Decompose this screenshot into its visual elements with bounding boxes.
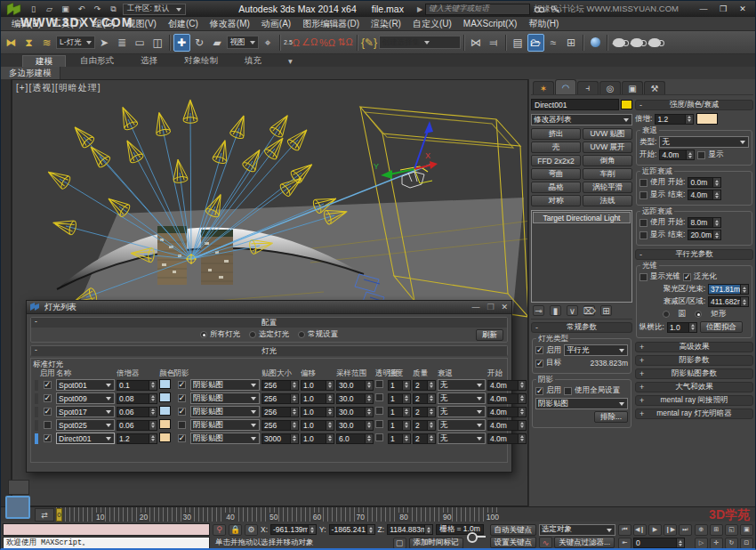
remove-modifier-icon[interactable]: ⌦ [583,305,595,316]
shadow-enable-checkbox[interactable] [535,387,543,395]
selection-lock-icon[interactable]: 🔒 [229,524,242,536]
bind-to-spacewarp-icon[interactable]: ≋ [38,34,55,52]
row-select-strip[interactable] [35,407,38,417]
maximize-viewport-icon[interactable]: ⊡ [740,538,753,549]
object-color-swatch[interactable] [621,100,632,109]
pan-icon[interactable]: ✛ [710,538,723,549]
row-select-strip[interactable] [35,420,38,431]
light-lister-dialog[interactable]: 灯光列表 — ❒ ✕ -配置 所有灯光 选定灯光 常规设置 刷新 -灯光 标准灯… [26,300,512,473]
intensity-rollout[interactable]: -强度/颜色/衰减 [635,100,753,110]
selection-filter-dropdown[interactable]: L-灯光 [56,36,95,49]
time-ruler[interactable]: 01020 304050 607080 90100 [56,507,500,522]
menu-rendering[interactable]: 渲染(R) [371,18,401,30]
viewport-layout-button[interactable] [8,480,29,495]
sample-range-spinner[interactable]: 30.0 [336,407,374,417]
intensity-spinner[interactable]: 1 [388,393,411,404]
absolute-offset-mode-icon[interactable]: ⚙ [245,524,258,536]
hotspot-spinner[interactable]: 371.81m [708,284,749,295]
quality-spinner[interactable]: 2 [413,380,436,391]
render-production-icon[interactable] [647,34,664,52]
search-expand-icon[interactable]: ▶ [417,5,422,13]
object-name-field[interactable]: Direct001 [531,99,619,110]
go-to-start-icon[interactable]: ⏮ [618,524,631,536]
quality-spinner[interactable]: 2 [413,393,436,404]
close-button[interactable]: ✕ [734,3,752,15]
decay-start-spinner[interactable]: 4.0m [487,420,527,431]
atmospheres-effects-rollout[interactable]: +大气和效果 [635,382,753,392]
current-frame-field[interactable]: 0 [633,538,685,548]
dialog-title-bar[interactable]: 灯光列表 — ❒ ✕ [27,301,511,314]
near-use-checkbox[interactable] [639,179,647,187]
y-coordinate-field[interactable]: -1865.241 [329,524,375,535]
light-on-checkbox[interactable] [44,381,52,389]
open-file-button[interactable]: ▱ [43,4,56,15]
tab-freeform[interactable]: 自由形式 [68,55,126,67]
advanced-effects-rollout[interactable]: +高级效果 [635,342,753,352]
multiplier-spinner[interactable]: 0.08 [117,393,157,404]
overshoot-checkbox[interactable] [683,273,691,281]
x-coordinate-field[interactable]: -961.139m [270,524,317,535]
percent-snap-icon[interactable]: %Ω [319,34,336,52]
light-on-checkbox[interactable] [44,394,52,402]
show-end-result-icon[interactable]: ▮ [550,305,561,316]
display-tab-icon[interactable]: ▣ [622,81,643,94]
transparency-checkbox[interactable] [375,407,383,415]
far-start-spinner[interactable]: 8.0m [688,217,721,228]
modifier-unwrap-button[interactable]: UVW 展开 [583,142,632,153]
play-animation-icon[interactable]: ▶ [648,524,662,536]
set-key-button[interactable]: 设置关键点 [490,537,537,548]
menu-views[interactable]: 视图(V) [127,18,157,30]
modifier-uvwmap-button[interactable]: UVW 贴图 [583,128,632,140]
hierarchy-tab-icon[interactable]: ⫞ [577,81,599,94]
multiplier-spinner[interactable]: 0.1 [117,380,157,391]
map-size-spinner[interactable]: 256 [261,407,299,417]
decay-dropdown[interactable]: 无 [438,419,486,431]
modifier-extrude-button[interactable]: 挤出 [531,128,581,140]
select-and-scale-icon[interactable]: ▰ [209,34,226,52]
save-file-button[interactable]: ▣ [59,4,72,15]
configure-modifier-sets-icon[interactable]: ⊞ [600,305,612,316]
menu-graph-editors[interactable]: 图形编辑器(D) [302,18,359,30]
decay-dropdown[interactable]: 无 [438,379,486,391]
time-slider[interactable]: 0 [56,508,62,522]
light-enable-checkbox[interactable] [535,346,543,354]
modifier-normal-button[interactable]: 法线 [583,195,632,206]
mini-curve-editor-button[interactable]: ⇄ [35,508,54,522]
sample-range-spinner[interactable]: 30.0 [336,393,374,404]
decay-dropdown[interactable]: 无 [438,392,486,404]
multiplier-spinner[interactable]: 1.2 [655,114,694,125]
use-pivot-center-icon[interactable]: ⌖ [260,34,277,52]
spinner-snap-icon[interactable]: ⇅Ω [337,34,354,52]
aspect-spinner[interactable]: 1.0 [667,322,697,333]
selected-lights-radio[interactable] [249,331,256,338]
decay-start-spinner[interactable]: 4.0m [487,380,527,391]
edit-named-selection-sets-icon[interactable]: {✎} [361,34,378,52]
light-color-swatch[interactable] [159,433,171,442]
modifier-symmetry-button[interactable]: 对称 [531,195,581,206]
orbit-icon[interactable]: ↻ [725,538,738,549]
dialog-minimize-icon[interactable]: — [471,303,479,311]
decay-start-spinner[interactable]: 4.0m [487,433,527,444]
time-tag-icon[interactable]: ▢ [393,538,406,549]
light-on-checkbox[interactable] [44,434,52,442]
modifier-shell-button[interactable]: 壳 [531,142,581,153]
multiplier-spinner[interactable]: 0.06 [117,420,157,431]
field-of-view-icon[interactable]: ▷ [695,538,708,549]
workspace-selector[interactable]: 工作区: 默认 [123,4,186,15]
intensity-spinner[interactable]: 1 [388,407,411,417]
intensity-spinner[interactable]: 1 [388,420,411,431]
menu-modifiers[interactable]: 修改器(M) [210,18,250,30]
shadow-type-dropdown[interactable]: 阴影贴图 [190,392,260,404]
tab-modeling[interactable]: 建模 [22,55,66,67]
map-size-spinner[interactable]: 256 [261,380,299,391]
quality-spinner[interactable]: 2 [413,433,436,444]
multiplier-spinner[interactable]: 0.06 [117,407,157,417]
shadow-on-checkbox[interactable] [178,394,186,402]
mirror-icon[interactable]: ⋈ [468,34,485,52]
far-end-spinner[interactable]: 20.0m [688,230,721,240]
menu-group[interactable]: 组(G) [93,18,115,30]
key-filters-button[interactable]: 关键点过滤器... [554,537,615,548]
select-object-icon[interactable]: ➤ [96,34,113,52]
dialog-maximize-icon[interactable]: ❒ [487,303,494,311]
next-frame-icon[interactable]: ❙▶ [664,524,677,536]
